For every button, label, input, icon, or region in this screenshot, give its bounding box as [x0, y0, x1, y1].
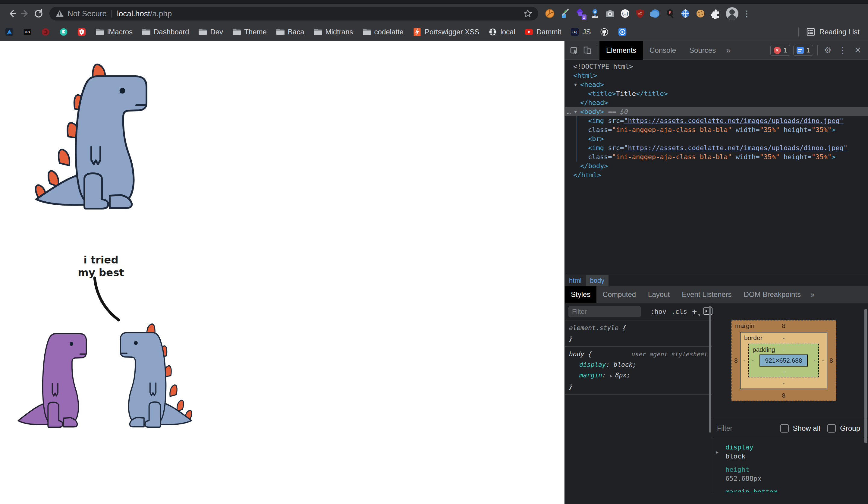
inspect-element-icon[interactable]: [568, 44, 581, 57]
computed-property-display[interactable]: ▶displayblock: [712, 442, 868, 464]
border-left-value[interactable]: -: [743, 357, 745, 364]
gear-globe-icon[interactable]: [680, 8, 691, 19]
breadcrumb-html[interactable]: html: [565, 275, 586, 286]
orange-dial-icon[interactable]: [544, 8, 555, 19]
border-bottom-value[interactable]: -: [741, 380, 827, 387]
styles-scrollbar[interactable]: [709, 306, 711, 433]
padding-right-value[interactable]: -: [814, 357, 816, 364]
dom-node[interactable]: <img src="https://assets.codelatte.net/i…: [565, 143, 868, 153]
dom-node[interactable]: <img src="https://assets.codelatte.net/i…: [565, 116, 868, 125]
dom-node[interactable]: <html>: [565, 71, 868, 80]
bookmark-item-js[interactable]: (A)JS: [570, 28, 591, 37]
device-toolbar-icon[interactable]: [581, 44, 595, 57]
browser-menu-icon[interactable]: ⋮: [743, 9, 751, 19]
close-devtools-icon[interactable]: ✕: [851, 45, 865, 55]
expand-shorthand-icon[interactable]: ▶: [610, 373, 615, 379]
border-right-value[interactable]: -: [822, 357, 824, 364]
computed-property-height[interactable]: height652.688px: [712, 464, 868, 486]
reading-list-icon[interactable]: [806, 28, 815, 37]
dom-node-selected[interactable]: …▼<body> == $0: [565, 107, 868, 116]
f-magnifier-icon[interactable]: F: [665, 8, 676, 19]
bookmark-item-local[interactable]: local: [488, 28, 515, 37]
more-panels-icon[interactable]: »: [807, 290, 818, 299]
content-box[interactable]: 921×652.688: [760, 354, 808, 367]
profile-avatar[interactable]: [726, 7, 738, 20]
dom-node[interactable]: </body>: [565, 162, 868, 171]
padding-bottom-value[interactable]: -: [749, 368, 818, 375]
panel-tab-computed[interactable]: Computed: [597, 286, 642, 302]
bookmark-item-portswigger-xss[interactable]: Portswigger XSS: [413, 28, 479, 37]
bookmark-item-dammit[interactable]: Dammit: [524, 28, 561, 36]
puzzle-icon[interactable]: [710, 8, 721, 19]
bookmark-item-midtrans[interactable]: Midtrans: [313, 28, 353, 36]
show-all-checkbox[interactable]: [780, 424, 789, 433]
panel-tab-styles[interactable]: Styles: [565, 286, 597, 302]
padding-left-value[interactable]: -: [752, 357, 754, 364]
bookmark-item[interactable]: [618, 28, 627, 37]
bookmark-item-dev[interactable]: Dev: [198, 28, 223, 36]
expand-arrow-icon[interactable]: ▼: [574, 80, 577, 89]
bookmark-item[interactable]: DEV: [23, 28, 32, 37]
margin-bottom-value[interactable]: 8: [732, 392, 836, 399]
rule-selector[interactable]: body: [569, 351, 585, 358]
toggle-class[interactable]: .cls: [671, 308, 687, 315]
bookmark-item[interactable]: [41, 28, 50, 37]
bookmark-item-theme[interactable]: Theme: [232, 28, 267, 36]
margin-left-value[interactable]: 8: [734, 357, 738, 364]
message-count-badge[interactable]: 1: [793, 45, 813, 56]
ublock-shield-icon[interactable]: uO: [635, 8, 645, 19]
bookmark-item[interactable]: T: [77, 28, 86, 37]
bookmark-item[interactable]: [59, 28, 68, 37]
devtools-menu-icon[interactable]: ⋮: [835, 45, 851, 55]
more-tabs-icon[interactable]: »: [722, 45, 734, 55]
address-bar[interactable]: Not Secure local.host/a.php: [50, 7, 538, 21]
dom-node[interactable]: class="ini-anggep-aja-class bla-bla" wid…: [565, 125, 868, 134]
panel-tab-event-listeners[interactable]: Event Listeners: [676, 286, 737, 302]
bookmark-item[interactable]: [5, 28, 14, 37]
body-style-rule[interactable]: body {user agent stylesheetdisplay: bloc…: [565, 347, 712, 394]
dom-node[interactable]: <title>Title</title>: [565, 89, 868, 98]
bookmark-item[interactable]: [600, 28, 609, 37]
breadcrumb-body[interactable]: body: [586, 275, 609, 286]
cookie-icon[interactable]: [695, 8, 706, 19]
style-property-display[interactable]: display: block;: [569, 360, 707, 370]
style-property-margin[interactable]: margin: ▶ 8px;: [569, 370, 707, 381]
panel-tab-dom-breakpoints[interactable]: DOM Breakpoints: [738, 286, 807, 302]
color-picker-icon[interactable]: [559, 8, 570, 19]
bookmark-item-dashboard[interactable]: Dashboard: [142, 28, 189, 36]
settings-gear-icon[interactable]: ⚙: [820, 45, 835, 55]
styles-filter-input[interactable]: [568, 306, 641, 317]
computed-property-margin-bottom[interactable]: ▶margin-bottom: [712, 486, 868, 492]
panel-tab-layout[interactable]: Layout: [642, 286, 676, 302]
group-checkbox[interactable]: [827, 424, 836, 433]
new-style-rule-icon[interactable]: +: [692, 307, 697, 317]
bookmark-item-imacros[interactable]: iMacros: [95, 28, 133, 36]
back-icon[interactable]: [6, 7, 19, 20]
dom-node[interactable]: <!DOCTYPE html>: [565, 62, 868, 71]
border-top-value[interactable]: -: [741, 334, 827, 341]
reload-icon[interactable]: [32, 7, 45, 20]
forward-icon[interactable]: [19, 7, 32, 20]
dom-node[interactable]: ▼<head>: [565, 80, 868, 89]
margin-top-value[interactable]: 8: [732, 322, 836, 329]
metrics-scrollbar[interactable]: [865, 309, 867, 443]
bookmark-star-icon[interactable]: [523, 9, 532, 18]
expand-arrow-icon[interactable]: ▶: [716, 450, 719, 455]
toggle-hover-state[interactable]: :hov: [650, 308, 666, 315]
computed-filter-placeholder[interactable]: Filter: [717, 424, 776, 433]
dom-node[interactable]: </html>: [565, 171, 868, 180]
reading-list-label[interactable]: Reading List: [819, 28, 860, 36]
json-braces-icon[interactable]: {…}: [620, 8, 630, 19]
bookmark-item-codelatte[interactable]: codelatte: [362, 28, 404, 36]
padding-top-value[interactable]: -: [749, 346, 818, 353]
bookmark-item-baca[interactable]: Baca: [276, 28, 304, 36]
ruler-marker-icon[interactable]: a: [590, 8, 600, 19]
devtools-tab-console[interactable]: Console: [643, 41, 683, 60]
globe-blue-icon[interactable]: [650, 8, 661, 19]
devtools-tab-sources[interactable]: Sources: [683, 41, 722, 60]
camera-icon[interactable]: [604, 8, 616, 19]
margin-right-value[interactable]: 8: [829, 357, 833, 364]
dom-node[interactable]: </head>: [565, 98, 868, 107]
expand-arrow-icon[interactable]: ▼: [574, 107, 577, 116]
dom-node[interactable]: class="ini-anggep-aja-class bla-bla" wid…: [565, 153, 868, 162]
